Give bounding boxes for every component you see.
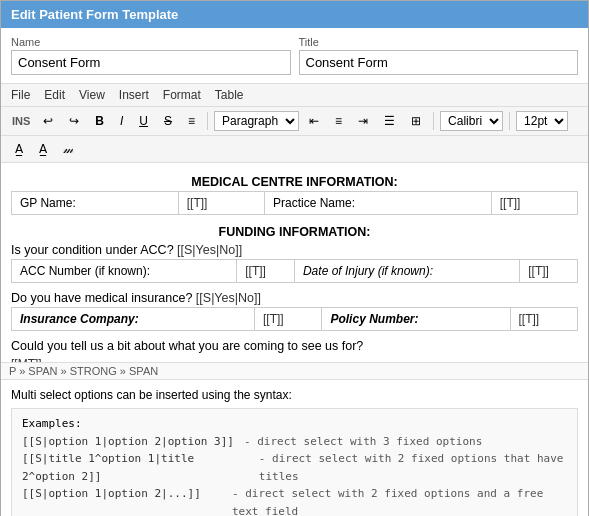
help-examples-box: Examples: [[S|option 1|option 2|option 3… bbox=[11, 408, 578, 516]
practice-token-cell: [[T]] bbox=[491, 192, 577, 215]
example-row-1: [[S|option 1|option 2|option 3]] - direc… bbox=[22, 433, 567, 451]
font-color-button[interactable]: A̲ bbox=[9, 139, 29, 159]
medical-heading: MEDICAL CENTRE INFORMATION: bbox=[11, 171, 578, 191]
funding-heading: FUNDING INFORMATION: bbox=[11, 221, 578, 241]
undo-button[interactable]: ↩ bbox=[37, 111, 59, 131]
separator1 bbox=[207, 112, 208, 130]
help-area: Multi select options can be inserted usi… bbox=[1, 380, 588, 516]
insurance-company-label: Insurance Company: bbox=[20, 312, 139, 326]
title-input[interactable] bbox=[299, 50, 579, 75]
example-row-3: [[S|option 1|option 2|...]] - direct sel… bbox=[22, 485, 567, 516]
examples-label: Examples: bbox=[22, 415, 567, 433]
bold-button[interactable]: B bbox=[89, 111, 110, 131]
example-code-1: [[S|option 1|option 2|option 3]] bbox=[22, 433, 234, 451]
menu-table[interactable]: Table bbox=[215, 88, 244, 102]
acc-number-token: [[T]] bbox=[245, 264, 266, 278]
medical-table: GP Name: [[T]] Practice Name: [[T]] bbox=[11, 191, 578, 215]
name-input[interactable] bbox=[11, 50, 291, 75]
separator3 bbox=[509, 112, 510, 130]
toolbar-row1: INS ↩ ↪ B I U S ≡ Paragraph Heading 1 He… bbox=[1, 107, 588, 136]
menu-insert[interactable]: Insert bbox=[119, 88, 149, 102]
indent-button[interactable]: ⊞ bbox=[405, 111, 427, 131]
insurance-company-token: [[T]] bbox=[263, 312, 284, 326]
insurance-question-row: Do you have medical insurance? [[S|Yes|N… bbox=[11, 289, 578, 307]
strikethrough-button[interactable]: S bbox=[158, 111, 178, 131]
menu-file[interactable]: File bbox=[11, 88, 30, 102]
insurance-company-cell: Insurance Company: bbox=[12, 308, 255, 331]
paragraph-select[interactable]: Paragraph Heading 1 Heading 2 bbox=[214, 111, 299, 131]
align-left-button[interactable]: ⇤ bbox=[303, 111, 325, 131]
example-row-2: [[S|title 1^option 1|title 2^option 2]] … bbox=[22, 450, 567, 485]
gp-name-label: GP Name: bbox=[20, 196, 76, 210]
practice-name-label: Practice Name: bbox=[273, 196, 355, 210]
insurance-table: Insurance Company: [[T]] Policy Number: … bbox=[11, 307, 578, 331]
editor-status-bar: P » SPAN » STRONG » SPAN bbox=[1, 363, 588, 380]
insurance-company-token-cell: [[T]] bbox=[255, 308, 322, 331]
gp-token: [[T]] bbox=[187, 196, 208, 210]
redo-button[interactable]: ↪ bbox=[63, 111, 85, 131]
menu-format[interactable]: Format bbox=[163, 88, 201, 102]
ins-label: INS bbox=[9, 115, 33, 127]
title-bar: Edit Patient Form Template bbox=[1, 1, 588, 28]
example-code-2: [[S|title 1^option 1|title 2^option 2]] bbox=[22, 450, 249, 485]
title-label: Title bbox=[299, 36, 579, 48]
highlight-button[interactable]: A̲ bbox=[33, 139, 53, 159]
font-select[interactable]: Calibri Arial bbox=[440, 111, 503, 131]
acc-question-row: Is your condition under ACC? [[S|Yes|No]… bbox=[11, 241, 578, 259]
align-justify-button[interactable]: ☰ bbox=[378, 111, 401, 131]
menu-edit[interactable]: Edit bbox=[44, 88, 65, 102]
align-right-button[interactable]: ⇥ bbox=[352, 111, 374, 131]
italic-button[interactable]: I bbox=[114, 111, 129, 131]
policy-number-token: [[T]] bbox=[519, 312, 540, 326]
size-select[interactable]: 12pt 10pt 14pt bbox=[516, 111, 568, 131]
clear-format-button[interactable]: 𝓂 bbox=[57, 139, 79, 159]
acc-number-label: ACC Number (if known): bbox=[20, 264, 150, 278]
editor-area[interactable]: MEDICAL CENTRE INFORMATION: GP Name: [[T… bbox=[1, 163, 588, 363]
toolbar-row2: A̲ A̲ 𝓂 bbox=[1, 136, 588, 163]
name-title-row: Name Title bbox=[1, 28, 588, 84]
window-title: Edit Patient Form Template bbox=[11, 7, 178, 22]
acc-number-cell: ACC Number (if known): bbox=[12, 260, 237, 283]
insurance-question-text: Do you have medical insurance? bbox=[11, 291, 192, 305]
name-field-group: Name bbox=[11, 36, 291, 75]
coming-for-question: Could you tell us a bit about what you a… bbox=[11, 339, 363, 353]
policy-number-label: Policy Number: bbox=[330, 312, 418, 326]
acc-token: [[S|Yes|No]] bbox=[177, 243, 242, 257]
example-code-3: [[S|option 1|option 2|...]] bbox=[22, 485, 222, 516]
example-desc-2: - direct select with 2 fixed options tha… bbox=[259, 450, 567, 485]
editor-content: MEDICAL CENTRE INFORMATION: GP Name: [[T… bbox=[1, 163, 588, 363]
acc-number-token-cell: [[T]] bbox=[237, 260, 295, 283]
align-center-button[interactable]: ≡ bbox=[329, 111, 348, 131]
date-injury-label: Date of Injury (if known): bbox=[303, 264, 433, 278]
main-window: Edit Patient Form Template Name Title Fi… bbox=[0, 0, 589, 516]
separator2 bbox=[433, 112, 434, 130]
practice-name-cell: Practice Name: bbox=[264, 192, 491, 215]
practice-token: [[T]] bbox=[500, 196, 521, 210]
coming-for-row: Could you tell us a bit about what you a… bbox=[11, 337, 578, 355]
status-text: P » SPAN » STRONG » SPAN bbox=[9, 365, 158, 377]
name-label: Name bbox=[11, 36, 291, 48]
date-injury-token-cell: [[T]] bbox=[520, 260, 578, 283]
policy-number-cell: Policy Number: bbox=[322, 308, 510, 331]
acc-table: ACC Number (if known): [[T]] Date of Inj… bbox=[11, 259, 578, 283]
gp-name-cell: GP Name: bbox=[12, 192, 179, 215]
menu-view[interactable]: View bbox=[79, 88, 105, 102]
menu-bar: File Edit View Insert Format Table bbox=[1, 84, 588, 107]
date-injury-cell: Date of Injury (if known): bbox=[294, 260, 519, 283]
gp-token-cell: [[T]] bbox=[178, 192, 264, 215]
coming-for-token-row: [[MT]] bbox=[11, 355, 578, 363]
example-desc-3: - direct select with 2 fixed options and… bbox=[232, 485, 567, 516]
list-ol-button[interactable]: ≡ bbox=[182, 111, 201, 131]
policy-number-token-cell: [[T]] bbox=[510, 308, 577, 331]
underline-button[interactable]: U bbox=[133, 111, 154, 131]
help-intro: Multi select options can be inserted usi… bbox=[11, 388, 578, 402]
acc-question-text: Is your condition under ACC? bbox=[11, 243, 174, 257]
title-field-group: Title bbox=[299, 36, 579, 75]
example-desc-1: - direct select with 3 fixed options bbox=[244, 433, 482, 451]
date-injury-token: [[T]] bbox=[528, 264, 549, 278]
insurance-token: [[S|Yes|No]] bbox=[196, 291, 261, 305]
